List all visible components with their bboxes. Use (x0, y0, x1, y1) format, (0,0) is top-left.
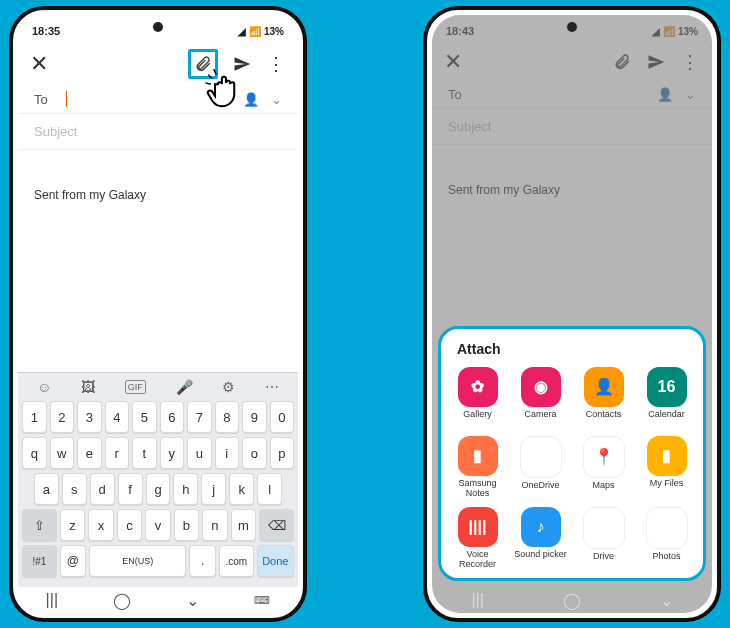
key-l[interactable]: l (257, 473, 282, 505)
app-sound-picker[interactable]: ♪Sound picker (510, 505, 571, 574)
settings-icon[interactable]: ⚙ (222, 379, 235, 395)
sheet-title: Attach (447, 339, 697, 365)
key-v[interactable]: v (145, 509, 170, 541)
nav-keyboard-icon[interactable]: ⌨ (254, 594, 270, 607)
nav-back[interactable]: ⌄ (186, 591, 199, 610)
attach-button[interactable] (188, 49, 218, 79)
key-u[interactable]: u (187, 437, 212, 469)
send-icon (233, 55, 251, 73)
key-k[interactable]: k (229, 473, 254, 505)
key-q[interactable]: q (22, 437, 47, 469)
nav-recent[interactable]: ||| (46, 591, 58, 609)
app-label: OneDrive (521, 481, 559, 501)
app-label: Photos (652, 552, 680, 572)
app-contacts[interactable]: 👤Contacts (573, 365, 634, 432)
key-x[interactable]: x (88, 509, 113, 541)
nav-bar: ||| ◯ ⌄ (432, 587, 712, 613)
key-d[interactable]: d (90, 473, 115, 505)
key-8[interactable]: 8 (215, 401, 240, 433)
app-drive[interactable]: ▲Drive (573, 505, 634, 574)
app-voice-recorder[interactable]: ||||Voice Recorder (447, 505, 508, 574)
app-gallery[interactable]: ✿Gallery (447, 365, 508, 432)
key-h[interactable]: h (173, 473, 198, 505)
key-b[interactable]: b (174, 509, 199, 541)
key-t[interactable]: t (132, 437, 157, 469)
key-i[interactable]: i (215, 437, 240, 469)
app-label: Samsung Notes (449, 479, 506, 499)
text-cursor (66, 91, 68, 107)
nav-recent[interactable]: ||| (471, 591, 483, 609)
app-maps[interactable]: 📍Maps (573, 434, 634, 503)
phone-right: 18:43 ◢ 📶 13% ✕ ⋮ (424, 7, 720, 621)
key-2[interactable]: 2 (50, 401, 75, 433)
key-s[interactable]: s (62, 473, 87, 505)
key-f[interactable]: f (118, 473, 143, 505)
key-5[interactable]: 5 (132, 401, 157, 433)
key-p[interactable]: p (270, 437, 295, 469)
key-o[interactable]: o (242, 437, 267, 469)
key-4[interactable]: 4 (105, 401, 130, 433)
send-button[interactable] (232, 54, 252, 74)
key-3[interactable]: 3 (77, 401, 102, 433)
kb-more-icon[interactable]: ⋯ (265, 379, 279, 395)
key-done[interactable]: Done (257, 545, 294, 577)
sound-picker-icon: ♪ (521, 507, 561, 547)
key-7[interactable]: 7 (187, 401, 212, 433)
gif-icon[interactable]: GIF (125, 380, 146, 394)
key-m[interactable]: m (231, 509, 256, 541)
key-6[interactable]: 6 (160, 401, 185, 433)
photos-icon: ✦ (646, 507, 688, 549)
key-c[interactable]: c (117, 509, 142, 541)
key-y[interactable]: y (160, 437, 185, 469)
emoji-icon[interactable]: ☺ (37, 379, 51, 395)
key-j[interactable]: j (201, 473, 226, 505)
key-1[interactable]: 1 (22, 401, 47, 433)
nav-home[interactable]: ◯ (113, 591, 131, 610)
key-symbols[interactable]: !#1 (22, 545, 57, 577)
app-onedrive[interactable]: ☁OneDrive (510, 434, 571, 503)
app-my-files[interactable]: ▮My Files (636, 434, 697, 503)
email-body[interactable]: Sent from my Galaxy (18, 150, 298, 240)
status-time: 18:35 (32, 25, 60, 37)
expand-icon[interactable]: ⌄ (271, 92, 282, 107)
app-calendar[interactable]: 16Calendar (636, 365, 697, 432)
voice-recorder-icon: |||| (458, 507, 498, 547)
contact-picker-icon[interactable]: 👤 (243, 92, 259, 107)
key-0[interactable]: 0 (270, 401, 295, 433)
more-button[interactable]: ⋮ (266, 54, 286, 74)
app-camera[interactable]: ◉Camera (510, 365, 571, 432)
nav-bar: ||| ◯ ⌄ ⌨ (18, 587, 298, 613)
app-photos[interactable]: ✦Photos (636, 505, 697, 574)
key-a[interactable]: a (34, 473, 59, 505)
subject-input[interactable]: Subject (18, 114, 298, 150)
nav-back[interactable]: ⌄ (660, 591, 673, 610)
key-w[interactable]: w (50, 437, 75, 469)
key-r[interactable]: r (105, 437, 130, 469)
key-com[interactable]: .com (219, 545, 254, 577)
key-n[interactable]: n (202, 509, 227, 541)
attach-sheet: Attach ✿Gallery◉Camera👤Contacts16Calenda… (438, 326, 706, 581)
close-button[interactable]: ✕ (30, 51, 48, 77)
keyboard[interactable]: ☺ 🖼 GIF 🎤 ⚙ ⋯ 1234567890qwertyuiopasdfgh… (18, 372, 298, 587)
maps-icon: 📍 (583, 436, 625, 478)
my-files-icon: ▮ (647, 436, 687, 476)
key-at[interactable]: @ (60, 545, 87, 577)
key-e[interactable]: e (77, 437, 102, 469)
app-label: My Files (650, 479, 684, 499)
key-backspace[interactable]: ⌫ (259, 509, 294, 541)
app-label: Drive (593, 552, 614, 572)
mic-icon[interactable]: 🎤 (176, 379, 193, 395)
nav-home[interactable]: ◯ (563, 591, 581, 610)
sticker-icon[interactable]: 🖼 (81, 379, 95, 395)
app-label: Voice Recorder (449, 550, 506, 570)
key-shift[interactable]: ⇧ (22, 509, 57, 541)
app-label: Contacts (586, 410, 622, 430)
app-samsung-notes[interactable]: ▮Samsung Notes (447, 434, 508, 503)
to-row[interactable]: To 👤 ⌄ (18, 85, 298, 114)
key-z[interactable]: z (60, 509, 85, 541)
key-dot[interactable]: . (189, 545, 216, 577)
key-lang[interactable]: EN(US) (89, 545, 186, 577)
key-9[interactable]: 9 (242, 401, 267, 433)
key-g[interactable]: g (146, 473, 171, 505)
status-icons: ◢ 📶 13% (238, 26, 284, 37)
